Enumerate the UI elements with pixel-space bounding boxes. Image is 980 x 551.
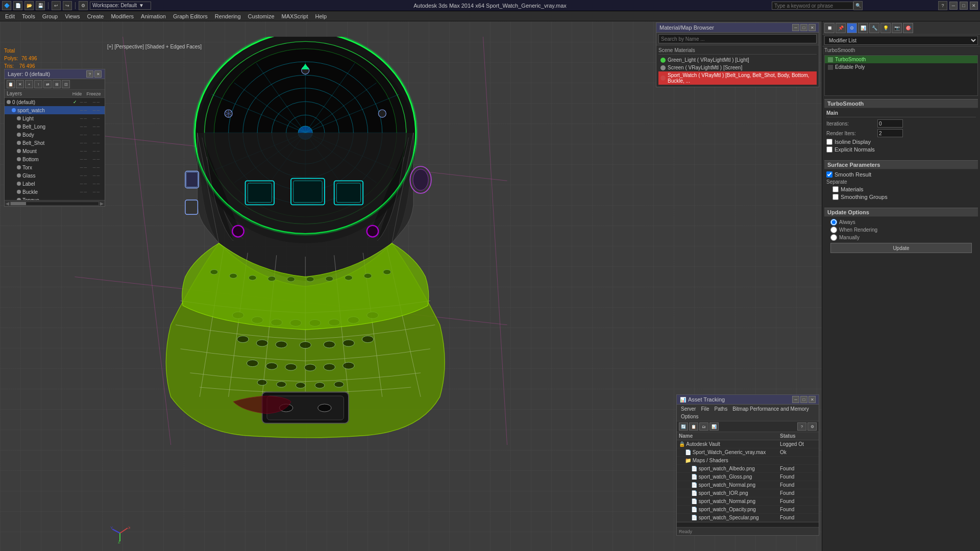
menu-views[interactable]: Views [62,13,83,20]
layer-tool-1[interactable]: 📋 [7,80,15,88]
layer-item[interactable]: Buckle─ ── ─ [5,188,105,196]
layer-tool-6[interactable]: ⊞ [53,80,61,88]
smooth-result-checkbox[interactable] [826,171,832,178]
asset-table-row[interactable]: 📄 Sport_Watch_Generic_vray.maxOk [677,448,819,457]
render-iters-input[interactable] [877,129,903,137]
asset-tool-settings[interactable]: ⚙ [807,422,817,431]
menu-rendering[interactable]: Rendering [212,13,244,20]
asset-table-row[interactable]: 📄 sport_watch_IOR.pngFound [677,489,819,497]
menu-modifiers[interactable]: Modifiers [108,13,137,20]
isoline-checkbox[interactable] [826,139,832,145]
when-rendering-radio[interactable]: When Rendering [830,227,976,233]
rt-btn-8[interactable]: 🎯 [903,23,913,33]
asset-scrollbar[interactable] [677,522,819,527]
asset-table-row[interactable]: 📄 sport_watch_Opacity.pngFound [677,506,819,514]
mat-browser-minimize[interactable]: ─ [792,24,799,31]
asset-maximize-btn[interactable]: □ [800,396,807,403]
menu-graph-editors[interactable]: Graph Editors [170,13,211,20]
asset-menu-paths[interactable]: Paths [713,406,730,412]
layer-item[interactable]: Belt_Long─ ── ─ [5,122,105,131]
when-rendering-radio-input[interactable] [830,227,837,233]
menu-edit[interactable]: Edit [2,13,18,20]
always-radio[interactable]: Always [830,219,976,226]
rt-btn-3[interactable]: ⚙ [847,23,857,33]
rt-btn-6[interactable]: 💡 [880,23,891,33]
manually-radio[interactable]: Manually [830,234,976,241]
redo-btn[interactable]: ↪ [63,1,72,10]
layer-help-btn[interactable]: ? [86,70,93,78]
modifier-item[interactable]: Editable Poly [825,63,977,71]
menu-create[interactable]: Create [84,13,107,20]
manually-radio-input[interactable] [830,234,837,241]
layer-list[interactable]: 0 (default)✓─ ── ─sport_watch─ ── ─Light… [5,98,105,200]
layer-item[interactable]: Bottom─ ── ─ [5,155,105,163]
layer-item[interactable]: Body─ ── ─ [5,131,105,139]
always-radio-input[interactable] [830,219,837,226]
workspace-dropdown[interactable]: Workspace: Default ▼ [90,2,151,10]
maximize-btn[interactable]: □ [960,2,968,10]
open-btn[interactable]: 📂 [24,1,34,10]
layer-item[interactable]: Belt_Shot─ ── ─ [5,139,105,147]
layer-item[interactable]: sport_watch─ ── ─ [5,106,105,114]
asset-minimize-btn[interactable]: ─ [792,396,799,403]
explicit-normals-checkbox[interactable] [826,146,832,153]
mat-browser-maximize[interactable]: □ [800,24,807,31]
iterations-input[interactable] [877,119,903,128]
layer-item[interactable]: Light─ ── ─ [5,114,105,122]
layer-tool-5[interactable]: ⇄ [43,80,52,88]
rt-btn-4[interactable]: 📊 [858,23,868,33]
rt-btn-5[interactable]: 🔧 [869,23,879,33]
mat-item[interactable]: Green_Light ( VRayLightMtl ) [Light] [658,56,817,64]
asset-table-row[interactable]: 📄 sport_watch_Normal.pngFound [677,497,819,506]
mat-item[interactable]: Screen ( VRayLightMtl ) [Screen] [658,64,817,71]
layer-item[interactable]: Glass─ ── ─ [5,171,105,180]
rt-btn-7[interactable]: 📷 [892,23,902,33]
asset-table-row[interactable]: 🔒 Autodesk VaultLogged Ot [677,440,819,448]
asset-table-row[interactable]: 📄 sport_watch_Gloss.pngFound [677,473,819,481]
layer-tool-3[interactable]: + [25,80,33,88]
layer-tool-4[interactable]: ↑ [34,80,42,88]
smoothing-groups-checkbox[interactable] [832,194,839,200]
layer-item[interactable]: Torx─ ── ─ [5,163,105,171]
mat-search-input[interactable] [658,34,817,43]
layer-tool-7[interactable]: ⊡ [62,80,70,88]
undo-btn[interactable]: ↩ [52,1,61,10]
asset-table-row[interactable]: 📄 sport_watch_Normal.pngFound [677,481,819,489]
menu-maxscript[interactable]: MAXScript [279,13,311,20]
modifier-dropdown[interactable]: Modifier List [824,36,978,45]
asset-table-row[interactable]: 📄 sport_watch_Specular.pngFound [677,514,819,522]
asset-close-btn[interactable]: ✕ [808,396,816,403]
asset-menu-options[interactable]: Options [679,413,700,420]
save-btn[interactable]: 💾 [36,1,45,10]
menu-help[interactable]: Help [312,13,330,20]
mat-item[interactable]: Sport_Watch ( VRayMtl ) [Belt_Long, Belt… [658,71,817,85]
minimize-btn[interactable]: ─ [949,2,958,10]
asset-tool-3[interactable]: 🗂 [699,422,708,431]
new-btn[interactable]: 📄 [13,1,22,10]
asset-tool-help[interactable]: ? [797,422,806,431]
modifier-item[interactable]: TurboSmooth [825,56,977,63]
menu-animation[interactable]: Animation [138,13,169,20]
asset-tool-4[interactable]: 📊 [709,422,719,431]
asset-menu-server[interactable]: Server [679,406,698,412]
help-btn[interactable]: ? [938,1,947,10]
menu-group[interactable]: Group [39,13,61,20]
layer-item[interactable]: 0 (default)✓─ ── ─ [5,98,105,106]
layer-scrollbar[interactable]: ◀ ▶ [5,200,105,206]
layer-item[interactable]: Label─ ── ─ [5,180,105,188]
close-btn[interactable]: ✕ [970,2,978,10]
asset-tool-1[interactable]: 🔄 [679,422,688,431]
asset-menu-file[interactable]: File [699,406,711,412]
menu-customize[interactable]: Customize [245,13,278,20]
search-input[interactable] [772,2,853,10]
menu-tools[interactable]: Tools [19,13,38,20]
rt-btn-1[interactable]: 🔲 [824,23,835,33]
render-setup-btn[interactable]: ⚙ [79,1,88,10]
materials-checkbox[interactable] [832,186,839,192]
rt-btn-2[interactable]: 📌 [836,23,846,33]
layer-item[interactable]: Tongue─ ── ─ [5,196,105,200]
layer-tool-2[interactable]: ✕ [16,80,24,88]
layer-item[interactable]: Mount─ ── ─ [5,147,105,155]
mat-browser-close[interactable]: ✕ [808,24,816,31]
layer-close-btn[interactable]: ✕ [94,70,102,78]
